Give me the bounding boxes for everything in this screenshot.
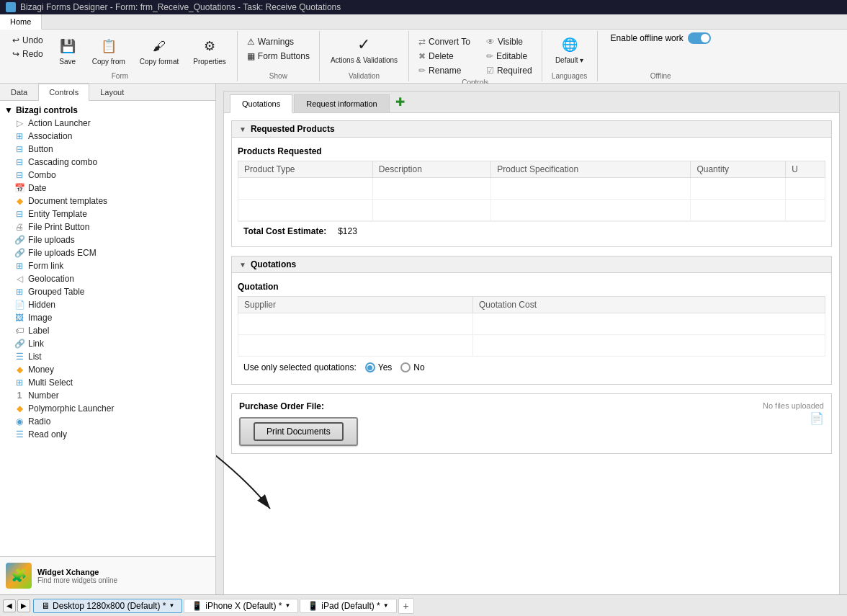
form-tab-quotations[interactable]: Quotations bbox=[230, 94, 292, 113]
warnings-button[interactable]: ⚠ Warnings bbox=[243, 35, 313, 48]
tree-item-number[interactable]: 1 Number bbox=[0, 389, 215, 402]
tree-item-radio[interactable]: ◉ Radio bbox=[0, 415, 215, 428]
tree-item-list[interactable]: ☰ List bbox=[0, 350, 215, 363]
device-iphone-chevron: ▼ bbox=[284, 602, 290, 609]
tree-item-document-templates[interactable]: ◆ Document templates bbox=[0, 195, 215, 207]
properties-icon: ⚙ bbox=[200, 36, 220, 56]
label-label: Label bbox=[28, 326, 49, 336]
save-button[interactable]: 💾 Save bbox=[53, 34, 83, 68]
purchase-order-content: Purchase Order File: Print Documents bbox=[239, 401, 358, 446]
cascading-combo-icon: ⊟ bbox=[14, 157, 24, 167]
actions-validations-label: Actions & Validations bbox=[331, 56, 398, 64]
tree-item-image[interactable]: 🖼 Image bbox=[0, 311, 215, 324]
tree-item-entity-template[interactable]: ⊟ Entity Template bbox=[0, 207, 215, 220]
tree-item-button[interactable]: ⊟ Button bbox=[0, 143, 215, 156]
tree-item-link[interactable]: 🔗 Link bbox=[0, 337, 215, 350]
nav-left-button[interactable]: ◀ bbox=[3, 599, 16, 612]
tree-item-file-uploads[interactable]: 🔗 File uploads bbox=[0, 233, 215, 246]
tree-item-file-uploads-ecm[interactable]: 🔗 File uploads ECM bbox=[0, 246, 215, 259]
tab-layout[interactable]: Layout bbox=[89, 84, 135, 100]
form-tab-request-info[interactable]: Request information bbox=[294, 94, 389, 112]
tree-item-money[interactable]: ◆ Money bbox=[0, 363, 215, 376]
tree-root[interactable]: ▼ Bizagi controls bbox=[0, 104, 215, 117]
delete-button[interactable]: ✖ Delete bbox=[415, 50, 474, 63]
section-quotations-toggle[interactable]: ▼ bbox=[239, 261, 246, 269]
image-label: Image bbox=[28, 313, 52, 323]
print-documents-button[interactable]: Print Documents bbox=[239, 417, 358, 446]
widget-xchange[interactable]: 🧩 Widget Xchange Find more widgets onlin… bbox=[0, 556, 215, 594]
convert-to-button[interactable]: ⇄ Convert To bbox=[415, 35, 474, 48]
languages-group-label: Languages bbox=[548, 71, 591, 81]
ribbon-group-controls: ⇄ Convert To ✖ Delete ✏ Rename 👁 bbox=[409, 31, 542, 81]
undo-button[interactable]: ↩ Undo bbox=[9, 34, 47, 47]
date-label: Date bbox=[28, 183, 46, 193]
tree-item-read-only[interactable]: ☰ Read only bbox=[0, 428, 215, 441]
tree-item-multi-select[interactable]: ⊞ Multi Select bbox=[0, 376, 215, 389]
tree-item-geolocation[interactable]: ◁ Geolocation bbox=[0, 272, 215, 285]
visible-button[interactable]: 👁 Visible bbox=[483, 35, 536, 48]
device-iphone-label: iPhone X (Default) * bbox=[205, 601, 282, 611]
tree-item-cascading-combo[interactable]: ⊟ Cascading combo bbox=[0, 156, 215, 169]
file-uploads-label: File uploads bbox=[28, 235, 75, 245]
tree-item-grouped-table[interactable]: ⊞ Grouped Table bbox=[0, 285, 215, 298]
read-only-label: Read only bbox=[28, 429, 67, 439]
no-files-text: No files uploaded bbox=[763, 401, 824, 410]
offline-toggle[interactable] bbox=[688, 32, 711, 44]
ribbon-tab-home[interactable]: Home bbox=[0, 14, 42, 30]
save-label: Save bbox=[59, 58, 76, 66]
actions-validations-button[interactable]: ✓ Actions & Validations bbox=[326, 32, 403, 66]
col-supplier: Supplier bbox=[238, 297, 473, 313]
nav-right-button[interactable]: ▶ bbox=[17, 599, 30, 612]
tree-item-form-link[interactable]: ⊞ Form link bbox=[0, 259, 215, 272]
copy-from-button[interactable]: 📋 Copy from bbox=[87, 34, 130, 68]
delete-label: Delete bbox=[429, 51, 454, 61]
device-iphone[interactable]: 📱 iPhone X (Default) * ▼ bbox=[184, 599, 298, 613]
tab-controls[interactable]: Controls bbox=[38, 84, 89, 101]
tree-item-action-launcher[interactable]: ▷ Action Launcher bbox=[0, 117, 215, 130]
copy-format-button[interactable]: 🖌 Copy format bbox=[135, 34, 184, 68]
radio-option-no[interactable]: No bbox=[400, 362, 424, 372]
tree-item-polymorphic-launcher[interactable]: ◆ Polymorphic Launcher bbox=[0, 402, 215, 415]
editable-icon: ✏ bbox=[486, 51, 493, 61]
form-link-label: Form link bbox=[28, 261, 63, 271]
quotation-table-wrapper: Quotation Supplier Quotation Cost bbox=[232, 273, 831, 384]
tree-item-file-print-button[interactable]: 🖨 File Print Button bbox=[0, 220, 215, 233]
tree-item-association[interactable]: ⊞ Association bbox=[0, 130, 215, 143]
device-ipad[interactable]: 📱 iPad (Default) * ▼ bbox=[300, 599, 396, 613]
form-buttons-button[interactable]: ▦ Form Buttons bbox=[243, 50, 313, 63]
tree-item-date[interactable]: 📅 Date bbox=[0, 182, 215, 195]
add-device-button[interactable]: + bbox=[398, 598, 414, 614]
tree-item-hidden[interactable]: 📄 Hidden bbox=[0, 298, 215, 311]
rename-button[interactable]: ✏ Rename bbox=[415, 64, 474, 77]
money-icon: ◆ bbox=[14, 365, 24, 375]
tree-item-combo[interactable]: ⊟ Combo bbox=[0, 169, 215, 182]
radio-label: Radio bbox=[28, 416, 50, 427]
tab-data[interactable]: Data bbox=[0, 84, 38, 100]
radio-yes-label: Yes bbox=[378, 362, 393, 372]
section-requested-products: ▼ Requested Products Products Requested … bbox=[231, 120, 832, 247]
ribbon-group-show: ⚠ Warnings ▦ Form Buttons Show bbox=[238, 31, 320, 81]
section-requested-products-header: ▼ Requested Products bbox=[232, 121, 831, 138]
geolocation-icon: ◁ bbox=[14, 274, 24, 284]
ribbon: Home ↩ Undo ↪ Redo 💾 S bbox=[0, 14, 847, 84]
association-label: Association bbox=[28, 131, 72, 141]
radio-option-yes[interactable]: Yes bbox=[365, 362, 393, 372]
editable-button[interactable]: ✏ Editable bbox=[483, 50, 536, 63]
offline-group-label: Offline bbox=[604, 71, 718, 81]
form-tab-add-button[interactable]: ✚ bbox=[391, 92, 409, 112]
redo-button[interactable]: ↪ Redo bbox=[9, 48, 47, 61]
app-icon bbox=[6, 2, 16, 12]
rename-icon: ✏ bbox=[418, 66, 426, 76]
offline-section: Enable offline work bbox=[604, 32, 718, 44]
tree-root-expand-icon: ▼ bbox=[4, 105, 13, 115]
device-desktop[interactable]: 🖥 Desktop 1280x800 (Default) * ▼ bbox=[33, 599, 182, 613]
tree-item-label[interactable]: 🏷 Label bbox=[0, 324, 215, 337]
hidden-label: Hidden bbox=[28, 300, 55, 310]
col-product-type: Product Type bbox=[238, 161, 373, 178]
section-requested-products-toggle[interactable]: ▼ bbox=[239, 125, 246, 133]
required-button[interactable]: ☑ Required bbox=[483, 64, 536, 77]
properties-button[interactable]: ⚙ Properties bbox=[188, 34, 231, 68]
section-quotations-header: ▼ Quotations bbox=[232, 256, 831, 273]
visible-icon: 👁 bbox=[486, 37, 495, 47]
default-language-button[interactable]: 🌐 Default ▾ bbox=[548, 32, 591, 66]
